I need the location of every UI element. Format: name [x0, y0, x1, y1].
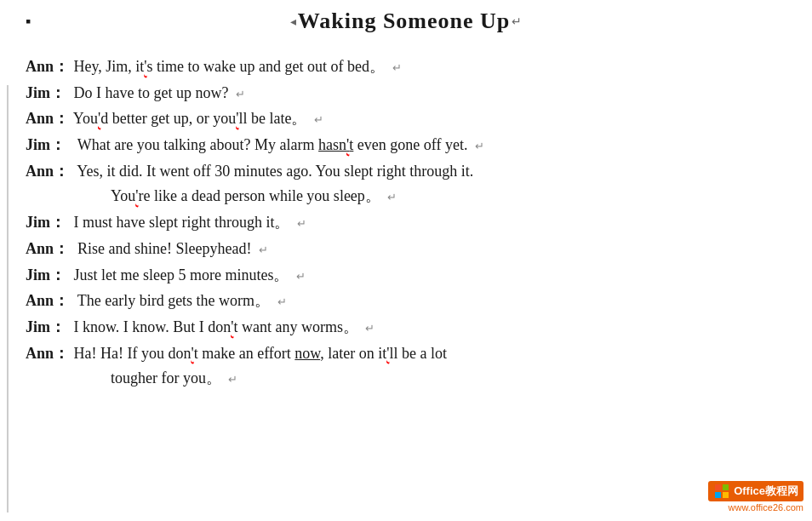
speaker-jim-2: Jim：	[26, 133, 70, 158]
line-content-5a: Yes, it did. It went off 30 minutes ago.…	[70, 159, 473, 185]
dialogue-line: Jim： Do I have to get up now? ↵	[26, 81, 786, 106]
line-row: Jim： I must have slept right through it。…	[26, 210, 306, 236]
line-row: Ann： The early bird gets the worm。 ↵	[26, 289, 287, 314]
page-title: Waking Someone Up	[298, 9, 511, 34]
speaker-ann-6: Ann：	[26, 341, 70, 367]
svg-rect-3	[723, 492, 729, 498]
continuation-11: tougher for you。 ↵	[26, 366, 237, 392]
watermark: Office教程网 www.office26.com	[708, 481, 803, 512]
title-arrow-left: ◂	[290, 14, 296, 29]
line-content-1: Hey, Jim, it's time to wake up and get o…	[70, 54, 402, 80]
svg-rect-0	[715, 484, 721, 490]
bullet-marker: ▪	[26, 13, 31, 31]
line-content-4: What are you talking about? My alarm has…	[70, 133, 484, 158]
line-row: Jim： Do I have to get up now? ↵	[26, 81, 245, 106]
speaker-ann-3: Ann：	[26, 159, 70, 185]
dialogue-line: Jim： What are you talking about? My alar…	[26, 133, 786, 158]
speaker-jim-3: Jim：	[26, 210, 70, 236]
dialogue-line: Jim： I must have slept right through it。…	[26, 210, 786, 236]
dialogue-line: Ann： The early bird gets the worm。 ↵	[26, 289, 786, 314]
dialogue-line-multiline-2: Ann： Ha! Ha! If you don't make an effort…	[26, 341, 786, 392]
speaker-jim-5: Jim：	[26, 315, 70, 341]
line-row: Ann： Hey, Jim, it's time to wake up and …	[26, 54, 402, 80]
line-row: Ann： You'd better get up, or you'll be l…	[26, 106, 323, 132]
line-row: Ann： Rise and shine! Sleepyhead! ↵	[26, 237, 268, 262]
line-row: Jim： Just let me sleep 5 more minutes。 ↵	[26, 263, 306, 289]
office-icon	[713, 483, 730, 500]
watermark-logo: Office教程网	[708, 481, 803, 501]
watermark-logo-text: Office教程网	[734, 484, 798, 499]
line-content-3: You'd better get up, or you'll be late。 …	[70, 106, 323, 132]
speaker-ann-5: Ann：	[26, 289, 70, 314]
speaker-ann-2: Ann：	[26, 106, 70, 132]
line-content-6: I must have slept right through it。 ↵	[70, 210, 306, 236]
speaker-jim-4: Jim：	[26, 263, 70, 289]
dialogue-section: Ann： Hey, Jim, it's time to wake up and …	[26, 54, 786, 392]
line-row: Ann： Yes, it did. It went off 30 minutes…	[26, 159, 473, 185]
line-row: Jim： I know. I know. But I don't want an…	[26, 315, 375, 341]
svg-rect-1	[723, 484, 729, 490]
dialogue-line: Jim： Just let me sleep 5 more minutes。 ↵	[26, 263, 786, 289]
dialogue-line: Ann： Hey, Jim, it's time to wake up and …	[26, 54, 786, 80]
speaker-ann-1: Ann：	[26, 54, 70, 80]
line-content-10: I know. I know. But I don't want any wor…	[70, 315, 375, 341]
title-arrow-right: ↵	[512, 14, 522, 29]
svg-rect-2	[715, 492, 721, 498]
line-content-11a: Ha! Ha! If you don't make an effort now,…	[70, 341, 447, 367]
left-border	[7, 85, 9, 512]
page-container: ▪ ◂ Waking Someone Up ↵ Ann： Hey, Jim, i…	[0, 0, 812, 521]
line-content-8: Just let me sleep 5 more minutes。 ↵	[70, 263, 306, 289]
dialogue-line: Ann： Rise and shine! Sleepyhead! ↵	[26, 237, 786, 262]
line-row: Jim： What are you talking about? My alar…	[26, 133, 484, 158]
continuation-5: You're like a dead person while you slee…	[26, 184, 397, 209]
line-content-7: Rise and shine! Sleepyhead! ↵	[70, 237, 268, 262]
dialogue-line: Jim： I know. I know. But I don't want an…	[26, 315, 786, 341]
line-content-9: The early bird gets the worm。 ↵	[70, 289, 287, 314]
speaker-ann-4: Ann：	[26, 237, 70, 262]
line-content-2: Do I have to get up now? ↵	[70, 81, 245, 106]
dialogue-line-multiline: Ann： Yes, it did. It went off 30 minutes…	[26, 159, 786, 209]
header-row: ▪ ◂ Waking Someone Up ↵	[26, 9, 786, 34]
speaker-jim-1: Jim：	[26, 81, 70, 106]
line-row: Ann： Ha! Ha! If you don't make an effort…	[26, 341, 447, 367]
watermark-url: www.office26.com	[729, 502, 803, 512]
dialogue-line: Ann： You'd better get up, or you'll be l…	[26, 106, 786, 132]
